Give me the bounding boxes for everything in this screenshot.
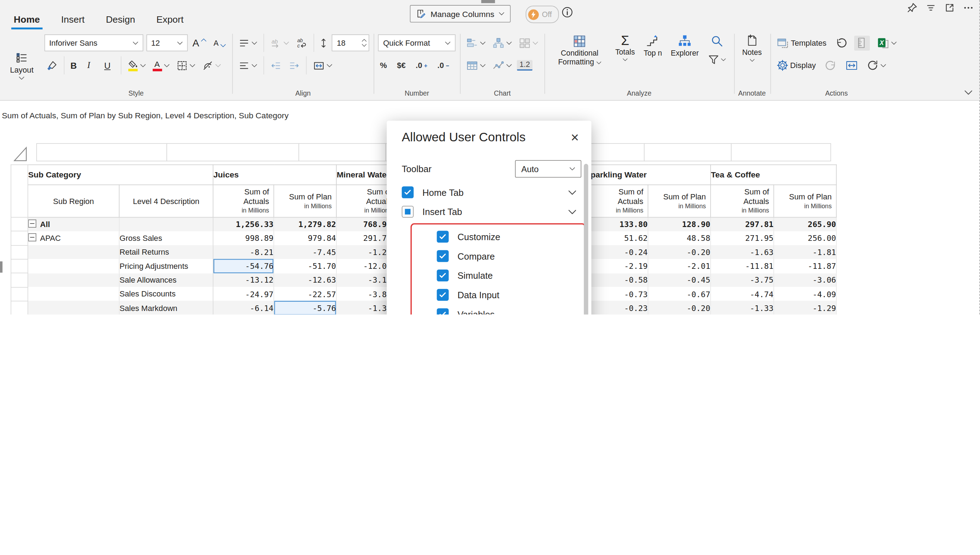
value-cell[interactable]: -11.87 <box>774 259 837 273</box>
empty-cell[interactable] <box>644 143 731 161</box>
region-cell[interactable] <box>28 273 119 287</box>
region-cell[interactable] <box>28 287 119 301</box>
column-width-button[interactable] <box>311 58 334 72</box>
focus-mode-icon[interactable] <box>944 3 955 13</box>
fill-color-button[interactable] <box>125 58 148 72</box>
checked-checkbox[interactable] <box>437 289 449 301</box>
info-icon[interactable] <box>561 6 574 18</box>
value-cell[interactable]: 297.81 <box>711 218 774 231</box>
collapse-icon[interactable] <box>28 220 36 228</box>
currency-format-button[interactable]: $€ <box>395 60 408 71</box>
step-down-icon[interactable] <box>362 44 367 47</box>
bar-chart-button[interactable] <box>464 36 487 50</box>
value-cell[interactable]: 1,279.82 <box>274 218 336 231</box>
checked-checkbox[interactable] <box>437 269 449 282</box>
filter-icon[interactable] <box>925 3 936 13</box>
increase-indent-button[interactable] <box>287 58 302 72</box>
conditional-formatting-button[interactable]: Conditional Formatting <box>549 34 610 67</box>
value-cell[interactable]: -0.58 <box>585 273 648 287</box>
value-cell[interactable]: 1,256.33 <box>213 218 274 231</box>
level4-cell[interactable]: Gross Sales <box>119 231 213 245</box>
value-cell[interactable]: -1.33 <box>711 301 774 314</box>
value-cell[interactable]: 265.90 <box>774 218 837 231</box>
value-cell[interactable]: -6.14 <box>213 301 274 314</box>
ruler-button[interactable] <box>854 35 869 50</box>
fit-width-button[interactable] <box>843 58 860 72</box>
value-cell[interactable]: -3.06 <box>774 273 837 287</box>
value-cell[interactable]: 998.89 <box>213 231 274 245</box>
totals-button[interactable]: Σ Totals <box>611 34 639 61</box>
value-cell[interactable]: 51.62 <box>585 231 648 245</box>
indeterminate-checkbox[interactable] <box>402 206 414 218</box>
region-cell[interactable] <box>28 245 119 259</box>
value-cell[interactable]: -13.12 <box>213 273 274 287</box>
manage-columns-button[interactable]: Manage Columns <box>410 5 510 22</box>
text-direction-button[interactable]: ab <box>269 36 291 50</box>
value-cell[interactable]: -8.21 <box>213 245 274 259</box>
value-cell[interactable]: -2.01 <box>648 259 711 273</box>
value-cell[interactable]: -11.81 <box>711 259 774 273</box>
value-cell[interactable]: -1.29 <box>774 301 837 314</box>
row-grip[interactable] <box>11 245 28 259</box>
value-cell[interactable]: -3.75 <box>711 273 774 287</box>
decrease-decimal-button[interactable]: .0− <box>435 60 451 71</box>
header-sum-of-actuals[interactable]: Sum of Actualsin Millions <box>213 185 274 218</box>
decrease-font-button[interactable]: A <box>212 37 228 48</box>
close-icon[interactable]: × <box>570 131 579 143</box>
header-sum-of-plan[interactable]: Sum of Planin Millions <box>274 185 336 218</box>
tab-design[interactable]: Design <box>103 14 138 29</box>
row-grip[interactable] <box>11 287 28 301</box>
value-cell[interactable]: -0.20 <box>648 301 711 314</box>
toolbar-mode-select[interactable]: Auto <box>515 160 581 178</box>
value-cell[interactable]: -0.67 <box>648 287 711 301</box>
checked-checkbox[interactable] <box>437 250 449 262</box>
value-cell[interactable]: -51.70 <box>274 259 336 273</box>
value-cell[interactable]: -22.57 <box>274 287 336 301</box>
top-n-button[interactable]: Top n <box>640 34 666 58</box>
tab-home[interactable]: Home <box>11 14 43 29</box>
row-grip[interactable] <box>11 218 28 231</box>
increase-font-button[interactable]: A <box>191 37 209 49</box>
layout-button[interactable]: Layout <box>4 31 40 100</box>
chevron-down-icon[interactable] <box>568 209 576 214</box>
value-cell[interactable]: -1.81 <box>774 245 837 259</box>
font-color-button[interactable]: A <box>151 58 171 72</box>
value-cell[interactable]: 979.84 <box>274 231 336 245</box>
table-chart-button[interactable] <box>464 58 487 72</box>
value-cell[interactable]: -24.97 <box>213 287 274 301</box>
row-grip[interactable] <box>11 273 28 287</box>
level4-cell[interactable]: Sale Allowances <box>119 273 213 287</box>
row-grip[interactable] <box>11 231 28 245</box>
header-sum-of-actuals[interactable]: Sum of Actualsin Millions <box>711 185 774 218</box>
level4-cell[interactable]: Retail Returns <box>119 245 213 259</box>
level4-cell[interactable]: Sales Markdown <box>119 301 213 314</box>
increase-decimal-button[interactable]: .0+ <box>414 60 430 71</box>
value-cell[interactable]: -12.63 <box>274 273 336 287</box>
empty-cell[interactable] <box>731 143 831 161</box>
undo-button[interactable] <box>833 36 849 50</box>
tab-export[interactable]: Export <box>154 14 186 29</box>
value-cell[interactable]: -0.23 <box>585 301 648 314</box>
region-cell[interactable]: APAC <box>28 231 119 245</box>
step-up-icon[interactable] <box>362 38 367 42</box>
percent-format-button[interactable]: % <box>378 60 389 71</box>
value-cell[interactable]: -0.24 <box>585 245 648 259</box>
decrease-indent-button[interactable] <box>269 58 284 72</box>
quick-format-select[interactable]: Quick Format <box>378 34 456 51</box>
level4-cell[interactable] <box>119 218 213 231</box>
header-category-juices[interactable]: Juices <box>213 165 336 184</box>
value-cell[interactable]: -54.76 <box>213 259 274 273</box>
value-cell[interactable]: 48.58 <box>648 231 711 245</box>
corner-resize-icon[interactable] <box>11 144 28 162</box>
horizontal-align-button[interactable] <box>237 58 259 72</box>
vertical-align-button[interactable] <box>237 36 259 50</box>
region-cell[interactable] <box>28 301 119 314</box>
format-painter-button[interactable] <box>44 58 59 72</box>
hide-annotations-button[interactable] <box>200 58 223 72</box>
bold-button[interactable]: B <box>68 60 82 71</box>
checked-checkbox[interactable] <box>437 231 449 243</box>
left-resize-handle[interactable] <box>0 261 3 273</box>
pin-icon[interactable] <box>907 3 917 13</box>
layout-chart-button[interactable] <box>517 36 540 50</box>
value-cell[interactable]: -4.74 <box>711 287 774 301</box>
